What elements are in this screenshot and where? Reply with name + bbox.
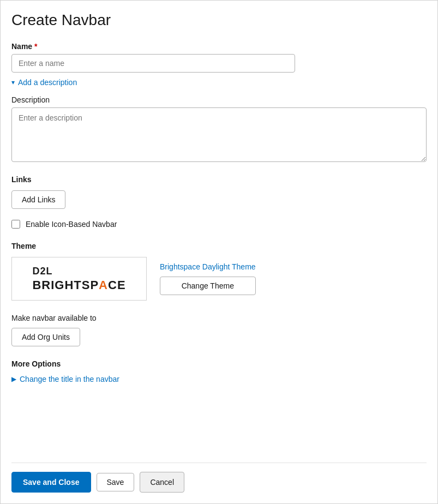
add-org-units-button[interactable]: Add Org Units <box>11 328 80 346</box>
more-options-section: More Options ▶ Change the title in the n… <box>11 359 427 383</box>
links-section: Links Add Links <box>11 175 427 209</box>
description-toggle-label: Add a description <box>18 78 77 87</box>
change-title-label: Change the title in the navbar <box>20 375 119 383</box>
save-and-close-button[interactable]: Save and Close <box>11 472 91 493</box>
links-label: Links <box>11 175 427 184</box>
theme-logo: D2L BRIGHTSPACE <box>32 266 125 292</box>
name-label: Name * <box>11 42 427 51</box>
change-title-link[interactable]: ▶ Change the title in the navbar <box>11 375 427 383</box>
theme-preview: D2L BRIGHTSPACE <box>11 257 147 301</box>
logo-brightspace: BRIGHTSPACE <box>32 278 125 292</box>
logo-top: D2L <box>32 266 52 277</box>
logo-d2l: D2L <box>32 266 52 277</box>
theme-name: Brightspace Daylight Theme <box>160 262 256 271</box>
name-input[interactable] <box>11 54 295 73</box>
page-container: Create Navbar Name * ▾ Add a description… <box>0 0 438 504</box>
theme-label: Theme <box>11 242 427 250</box>
footer-actions: Save and Close Save Cancel <box>11 463 427 493</box>
change-theme-button[interactable]: Change Theme <box>160 277 256 295</box>
org-units-label: Make navbar available to <box>11 314 427 322</box>
icon-navbar-row: Enable Icon-Based Navbar <box>11 220 427 229</box>
more-options-label: More Options <box>11 359 427 368</box>
theme-section: Theme D2L BRIGHTSPACE Brightspace Daylig… <box>11 242 427 301</box>
description-label: Description <box>11 95 427 104</box>
save-button[interactable]: Save <box>97 473 135 491</box>
description-arrow-icon: ▾ <box>11 79 15 86</box>
name-field-group: Name * <box>11 42 427 73</box>
cancel-button[interactable]: Cancel <box>140 472 184 493</box>
brightspace-letter-a: A <box>99 278 108 292</box>
description-section: Description <box>11 95 427 164</box>
brightspace-text-after: CE <box>108 278 126 292</box>
page-title: Create Navbar <box>11 11 427 29</box>
add-links-button[interactable]: Add Links <box>11 190 65 209</box>
theme-content: D2L BRIGHTSPACE Brightspace Daylight The… <box>11 257 427 301</box>
icon-navbar-label: Enable Icon-Based Navbar <box>26 220 117 229</box>
required-indicator: * <box>32 42 37 51</box>
org-units-section: Make navbar available to Add Org Units <box>11 314 427 346</box>
theme-info: Brightspace Daylight Theme Change Theme <box>160 262 256 295</box>
description-input[interactable] <box>11 107 427 162</box>
icon-navbar-checkbox[interactable] <box>11 220 20 229</box>
brightspace-text-before: BRIGHTSP <box>32 278 99 292</box>
add-description-toggle[interactable]: ▾ Add a description <box>11 78 427 87</box>
expand-arrow-icon: ▶ <box>11 375 16 383</box>
